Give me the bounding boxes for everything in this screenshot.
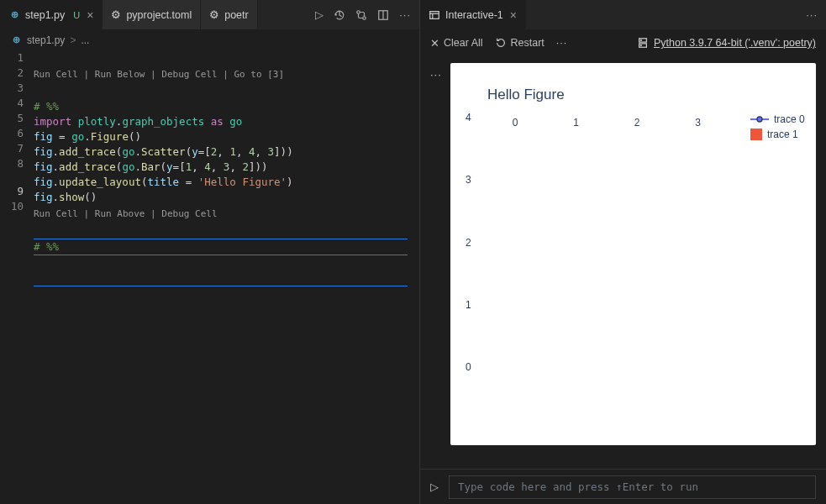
- legend-entry[interactable]: trace 1: [750, 129, 816, 140]
- kernel-label: Python 3.9.7 64-bit ('.venv': poetry): [654, 37, 816, 49]
- restart-label: Restart: [511, 37, 545, 49]
- interactive-input-row: ▷ Type code here and press ↑Enter to run: [420, 469, 826, 504]
- interactive-pane: Interactive-1 × ··· ✕ Clear All Restart …: [420, 0, 826, 504]
- more-icon[interactable]: ···: [806, 8, 818, 21]
- clear-all-label: Clear All: [444, 37, 483, 49]
- tab-label: step1.py: [25, 9, 65, 21]
- editor-tabbar: ⊕ step1.py U × ⚙ pyproject.toml ⚙ poetr …: [0, 0, 419, 29]
- ytick: 1: [466, 299, 471, 311]
- legend-entry[interactable]: trace 0: [750, 113, 816, 125]
- svg-point-0: [357, 10, 360, 13]
- more-icon[interactable]: ···: [399, 8, 411, 21]
- chart-title: Hello Figure: [487, 87, 804, 103]
- breadcrumb-tail: ...: [81, 34, 89, 46]
- xtick: 0: [513, 117, 518, 129]
- tab-label: Interactive-1: [445, 9, 503, 21]
- svg-rect-4: [430, 11, 439, 18]
- svg-point-1: [363, 16, 366, 19]
- run-icon[interactable]: ▷: [430, 480, 439, 493]
- minimap[interactable]: [408, 50, 419, 504]
- gear-icon: ⚙: [111, 8, 121, 21]
- breadcrumb[interactable]: ⊕ step1.py > ...: [0, 29, 419, 50]
- ytick: 4: [466, 112, 471, 123]
- cell-more-icon[interactable]: ···: [430, 68, 442, 81]
- interactive-tab-actions: ···: [797, 8, 826, 21]
- x-axis: 0 1 2 3: [478, 112, 735, 129]
- code-line: fig.add_trace(go.Scatter(y=[2, 1, 4, 3])…: [34, 145, 293, 158]
- editor-pane: ⊕ step1.py U × ⚙ pyproject.toml ⚙ poetr …: [0, 0, 420, 504]
- code-line: # %%: [34, 100, 59, 113]
- ytick: 3: [466, 174, 471, 186]
- ytick: 0: [466, 361, 471, 373]
- legend-label: trace 0: [774, 113, 805, 125]
- editor-actions: ▷ ···: [307, 8, 419, 21]
- bar-swatch-icon: [750, 129, 762, 140]
- chevron-right-icon: >: [70, 34, 76, 46]
- code-line: fig.show(): [34, 191, 97, 203]
- close-icon: ✕: [430, 37, 439, 50]
- svg-point-16: [757, 117, 762, 122]
- python-icon: ⊕: [10, 34, 22, 46]
- svg-point-10: [640, 45, 641, 46]
- clear-all-button[interactable]: ✕ Clear All: [430, 37, 483, 50]
- close-icon[interactable]: ×: [510, 8, 517, 22]
- code-editor[interactable]: 1 2 3 4 5 6 7 8 9 10 Run Cell | Run Belo…: [0, 50, 419, 504]
- breadcrumb-file: step1.py: [27, 34, 65, 46]
- xtick: 1: [573, 117, 579, 129]
- tab-step1[interactable]: ⊕ step1.py U ×: [0, 0, 103, 29]
- ytick: 2: [466, 237, 471, 249]
- line-swatch-icon: [750, 114, 769, 124]
- tab-label: pyproject.toml: [126, 9, 192, 21]
- y-axis: 4 3 2 1 0: [466, 106, 478, 373]
- code-line: import plotly.graph_objects as go: [34, 115, 242, 128]
- legend[interactable]: trace 0 trace 1: [750, 113, 816, 144]
- code-body[interactable]: Run Cell | Run Below | Debug Cell | Go t…: [34, 50, 408, 504]
- xtick: 2: [634, 117, 640, 129]
- tab-poetry[interactable]: ⚙ poetr: [201, 0, 258, 29]
- kernel-picker[interactable]: Python 3.9.7 64-bit ('.venv': poetry): [637, 37, 816, 49]
- svg-point-9: [640, 39, 641, 40]
- tab-pyproject[interactable]: ⚙ pyproject.toml: [103, 0, 201, 29]
- split-icon[interactable]: [377, 9, 389, 21]
- legend-label: trace 1: [767, 129, 798, 140]
- server-icon: [637, 37, 649, 49]
- close-icon[interactable]: ×: [87, 8, 93, 22]
- interactive-toolbar: ✕ Clear All Restart ··· Python 3.9.7 64-…: [420, 29, 826, 56]
- restart-button[interactable]: Restart: [495, 37, 545, 49]
- more-button[interactable]: ···: [556, 37, 567, 49]
- plotly-chart[interactable]: Hello Figure 4 3 2 1 0: [450, 63, 816, 445]
- run-icon[interactable]: ▷: [315, 8, 324, 21]
- python-icon: ⊕: [8, 9, 20, 21]
- preview-icon: [429, 9, 440, 21]
- history-icon[interactable]: [334, 9, 345, 21]
- output-gutter: ···: [430, 63, 444, 469]
- tab-interactive[interactable]: Interactive-1 ×: [420, 0, 526, 29]
- gear-icon: ⚙: [209, 8, 219, 21]
- code-line: fig.add_trace(go.Bar(y=[1, 4, 3, 2])): [34, 160, 268, 173]
- output-area: ··· Hello Figure 4 3 2 1 0: [420, 56, 826, 469]
- unsaved-indicator: U: [73, 10, 80, 20]
- xtick: 3: [695, 117, 701, 129]
- code-line: fig = go.Figure(): [34, 130, 141, 143]
- codelens-bottom[interactable]: Run Cell | Run Above | Debug Cell: [34, 205, 408, 223]
- tab-label: poetr: [224, 9, 249, 21]
- interactive-tabbar: Interactive-1 × ···: [420, 0, 826, 29]
- input-placeholder: Type code here and press ↑Enter to run: [458, 480, 698, 493]
- line-gutter: 1 2 3 4 5 6 7 8 9 10: [0, 50, 34, 504]
- codelens-top[interactable]: Run Cell | Run Below | Debug Cell | Go t…: [34, 66, 408, 84]
- restart-icon: [495, 37, 507, 49]
- code-line: fig.update_layout(title = 'Hello Figure'…: [34, 176, 293, 188]
- interactive-input[interactable]: Type code here and press ↑Enter to run: [449, 475, 816, 499]
- diff-icon[interactable]: [355, 9, 367, 21]
- code-line: # %%: [34, 240, 59, 253]
